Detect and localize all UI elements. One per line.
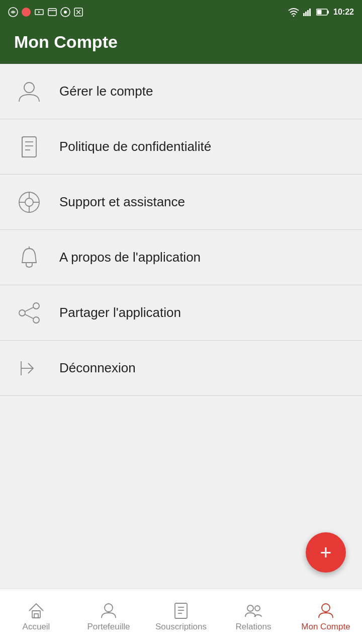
menu-label-deconnexion: Déconnexion	[59, 360, 136, 376]
app-icon-1	[8, 7, 18, 17]
nav-item-relations[interactable]: Relations	[217, 589, 290, 644]
svg-rect-17	[317, 10, 322, 15]
status-bar-left-icons	[8, 7, 83, 17]
svg-point-34	[33, 317, 39, 323]
menu-item-deconnexion[interactable]: Déconnexion	[0, 341, 362, 396]
nav-label-accueil: Accueil	[23, 622, 50, 632]
svg-rect-39	[32, 611, 40, 618]
app-icon-4	[47, 7, 57, 17]
relations-icon	[244, 602, 262, 620]
app-icon-2	[21, 7, 31, 17]
nav-label-relations: Relations	[236, 622, 272, 632]
svg-point-33	[19, 310, 25, 316]
nav-label-portefeuille: Portefeuille	[87, 622, 130, 632]
menu-label-gerer-compte: Gérer le compte	[59, 84, 153, 99]
svg-rect-13	[307, 10, 309, 16]
svg-point-1	[22, 8, 31, 17]
menu-item-partager[interactable]: Partager l'application	[0, 285, 362, 341]
fab-plus-icon: +	[320, 542, 331, 562]
menu-item-apropos[interactable]: A propos de l'application	[0, 230, 362, 285]
time-display: 10:22	[333, 8, 354, 17]
nav-label-mon-compte: Mon Compte	[301, 622, 350, 632]
app-icon-3	[34, 7, 44, 17]
svg-point-6	[64, 11, 67, 14]
user-icon	[14, 79, 44, 104]
menu-label-support: Support et assistance	[59, 194, 185, 210]
battery-icon	[316, 9, 329, 16]
support-icon	[14, 190, 44, 214]
nav-item-portefeuille[interactable]: Portefeuille	[72, 589, 145, 644]
menu-item-gerer-compte[interactable]: Gérer le compte	[0, 64, 362, 119]
nav-item-accueil[interactable]: Accueil	[0, 589, 72, 644]
svg-point-32	[33, 303, 39, 309]
signal-icon	[303, 8, 312, 16]
page-title: Mon Compte	[14, 32, 348, 52]
svg-point-18	[24, 83, 34, 93]
menu-label-politique: Politique de confidentialité	[59, 139, 211, 154]
svg-rect-42	[175, 603, 187, 618]
svg-point-48	[322, 604, 330, 612]
bottom-navigation: Accueil Portefeuille Souscriptions Relat…	[0, 589, 362, 644]
bell-icon	[14, 246, 44, 270]
app-icon-6	[73, 7, 83, 17]
share-icon	[14, 301, 44, 325]
svg-point-10	[293, 16, 295, 17]
svg-line-36	[25, 314, 33, 318]
nav-label-souscriptions: Souscriptions	[155, 622, 207, 632]
svg-rect-11	[303, 13, 305, 16]
app-icon-5	[60, 7, 70, 17]
svg-point-41	[105, 604, 113, 612]
fab-button[interactable]: +	[306, 532, 346, 573]
menu-item-politique[interactable]: Politique de confidentialité	[0, 119, 362, 175]
wifi-icon	[288, 8, 299, 17]
main-content: Gérer le compte Politique de confidentia…	[0, 64, 362, 589]
svg-rect-12	[305, 12, 307, 16]
svg-point-46	[247, 605, 253, 611]
menu-label-apropos: A propos de l'application	[59, 250, 201, 265]
portefeuille-icon	[100, 602, 118, 620]
document-icon	[14, 135, 44, 159]
svg-rect-16	[327, 11, 329, 14]
svg-point-47	[255, 606, 260, 611]
svg-rect-14	[309, 9, 311, 16]
menu-label-partager: Partager l'application	[59, 305, 181, 320]
svg-rect-3	[48, 9, 56, 16]
page-header: Mon Compte	[0, 24, 362, 64]
souscriptions-icon	[172, 602, 190, 620]
mon-compte-icon	[317, 602, 335, 620]
menu-item-support[interactable]: Support et assistance	[0, 175, 362, 230]
nav-item-mon-compte[interactable]: Mon Compte	[290, 589, 362, 644]
svg-rect-40	[34, 614, 38, 618]
svg-point-24	[25, 198, 33, 206]
svg-rect-19	[22, 137, 36, 157]
status-bar-right-icons: 10:22	[288, 8, 354, 17]
nav-item-souscriptions[interactable]: Souscriptions	[145, 589, 217, 644]
status-bar: 10:22	[0, 0, 362, 24]
logout-icon	[14, 356, 44, 380]
menu-list: Gérer le compte Politique de confidentia…	[0, 64, 362, 396]
home-icon	[27, 602, 45, 620]
svg-line-35	[25, 307, 33, 311]
